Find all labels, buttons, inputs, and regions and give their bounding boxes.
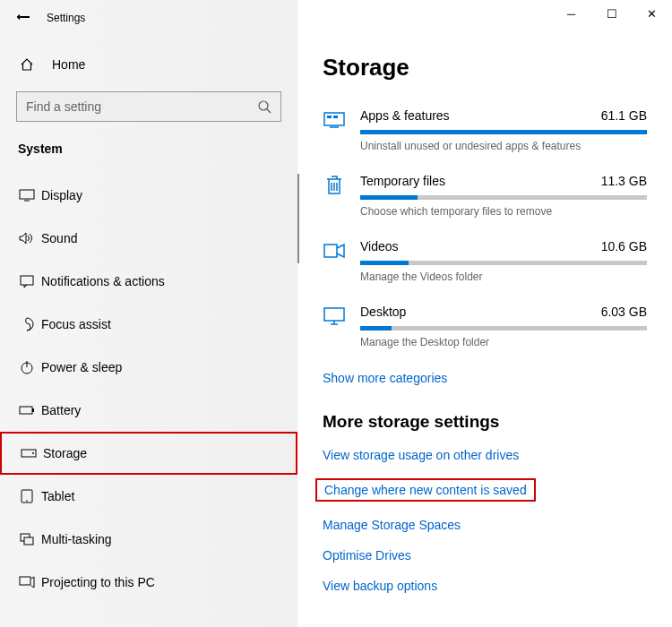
storage-bar	[360, 195, 647, 200]
storage-item-videos[interactable]: Videos10.6 GB Manage the Videos folder	[323, 239, 647, 283]
svg-rect-18	[333, 116, 338, 118]
sidebar: 🠔 Settings Home System Display Sound Not…	[0, 0, 297, 627]
storage-size: 11.3 GB	[601, 174, 647, 188]
nav-label: Multi-tasking	[41, 532, 112, 546]
nav-label: Notifications & actions	[41, 274, 165, 288]
nav-label: Storage	[43, 446, 87, 460]
nav-label: Power & sleep	[41, 360, 122, 374]
sidebar-item-projecting[interactable]: Projecting to this PC	[0, 561, 297, 604]
home-label: Home	[52, 57, 85, 72]
storage-bar	[360, 130, 647, 134]
display-icon	[18, 189, 36, 202]
storage-name: Apps & features	[360, 108, 450, 123]
link-optimise-drives[interactable]: Optimise Drives	[323, 548, 411, 563]
sidebar-item-battery[interactable]: Battery	[0, 389, 297, 432]
nav-label: Display	[41, 188, 82, 202]
window-controls: ─ ☐ ✕	[551, 0, 672, 27]
storage-desc: Manage the Videos folder	[360, 271, 647, 283]
sound-icon	[18, 232, 36, 245]
videos-icon	[323, 239, 346, 262]
nav-label: Projecting to this PC	[41, 575, 155, 589]
svg-rect-16	[324, 113, 344, 125]
nav-label: Tablet	[41, 489, 74, 503]
project-icon	[18, 576, 36, 588]
battery-icon	[18, 405, 36, 416]
nav-label: Battery	[41, 403, 81, 417]
storage-item-desktop[interactable]: Desktop6.03 GB Manage the Desktop folder	[323, 305, 647, 348]
storage-name: Desktop	[360, 305, 406, 319]
window-title: Settings	[47, 12, 85, 24]
storage-bar	[360, 261, 647, 265]
svg-rect-20	[324, 245, 337, 257]
storage-bar	[360, 326, 647, 331]
storage-desc: Manage the Desktop folder	[360, 336, 647, 348]
sidebar-item-display[interactable]: Display	[0, 174, 297, 217]
section-label: System	[0, 138, 297, 156]
bar-fill	[360, 130, 647, 134]
svg-line-1	[267, 109, 271, 113]
trash-icon	[323, 174, 346, 197]
link-change-content-location[interactable]: Change where new content is saved	[315, 478, 536, 502]
sidebar-item-multi-tasking[interactable]: Multi-tasking	[0, 518, 297, 561]
minimize-button[interactable]: ─	[551, 0, 591, 27]
svg-rect-2	[20, 190, 34, 199]
nav-label: Sound	[41, 231, 77, 245]
storage-desc: Choose which temporary files to remove	[360, 205, 647, 218]
multitask-icon	[18, 533, 36, 545]
svg-rect-4	[21, 276, 33, 285]
back-arrow-icon[interactable]: 🠔	[16, 10, 30, 26]
bar-fill	[360, 195, 418, 200]
link-list: View storage usage on other drives Chang…	[323, 448, 647, 593]
storage-item-apps[interactable]: Apps & features61.1 GB Uninstall unused …	[323, 108, 647, 152]
storage-item-temp[interactable]: Temporary files11.3 GB Choose which temp…	[323, 174, 647, 218]
apps-icon	[323, 108, 346, 132]
page-heading: Storage	[323, 54, 647, 82]
power-icon	[18, 360, 36, 374]
sidebar-item-focus-assist[interactable]: Focus assist	[0, 303, 297, 346]
link-other-drives[interactable]: View storage usage on other drives	[323, 448, 519, 462]
storage-name: Videos	[360, 239, 399, 253]
sidebar-item-sound[interactable]: Sound	[0, 217, 297, 260]
close-button[interactable]: ✕	[632, 0, 672, 27]
svg-point-12	[26, 500, 28, 502]
storage-size: 10.6 GB	[601, 239, 647, 253]
storage-icon	[20, 449, 38, 458]
storage-desc: Uninstall unused or undesired apps & fea…	[360, 140, 647, 152]
storage-list: Apps & features61.1 GB Uninstall unused …	[323, 108, 647, 348]
main-panel: ─ ☐ ✕ Storage Apps & features61.1 GB Uni…	[297, 0, 672, 627]
sidebar-home[interactable]: Home	[0, 47, 297, 82]
focus-icon	[18, 317, 36, 331]
svg-point-0	[259, 101, 268, 110]
link-backup-options[interactable]: View backup options	[323, 579, 437, 593]
storage-size: 61.1 GB	[601, 108, 647, 123]
svg-rect-8	[32, 408, 34, 412]
sidebar-item-notifications[interactable]: Notifications & actions	[0, 260, 297, 303]
sidebar-item-storage[interactable]: Storage	[0, 432, 297, 475]
link-storage-spaces[interactable]: Manage Storage Spaces	[323, 518, 461, 532]
sidebar-item-power-sleep[interactable]: Power & sleep	[0, 346, 297, 389]
desktop-icon	[323, 305, 346, 328]
bar-fill	[360, 326, 392, 331]
search-box[interactable]	[16, 91, 281, 122]
svg-rect-14	[24, 537, 33, 545]
search-input[interactable]	[26, 99, 205, 114]
storage-size: 6.03 GB	[601, 305, 647, 319]
sidebar-item-tablet[interactable]: Tablet	[0, 475, 297, 518]
notifications-icon	[18, 275, 36, 288]
search-icon	[257, 99, 271, 114]
nav-label: Focus assist	[41, 317, 111, 331]
more-heading: More storage settings	[323, 412, 647, 432]
maximize-button[interactable]: ☐	[591, 0, 632, 27]
show-more-link[interactable]: Show more categories	[323, 371, 447, 385]
svg-rect-7	[20, 407, 32, 414]
tablet-icon	[18, 489, 36, 503]
home-icon	[18, 57, 36, 72]
svg-point-10	[32, 452, 34, 454]
nav-list: Display Sound Notifications & actions Fo…	[0, 174, 297, 604]
titlebar: 🠔 Settings	[0, 0, 297, 36]
storage-name: Temporary files	[360, 174, 445, 188]
svg-rect-21	[324, 308, 344, 321]
svg-rect-17	[327, 116, 332, 118]
svg-rect-15	[20, 577, 30, 585]
bar-fill	[360, 261, 409, 265]
